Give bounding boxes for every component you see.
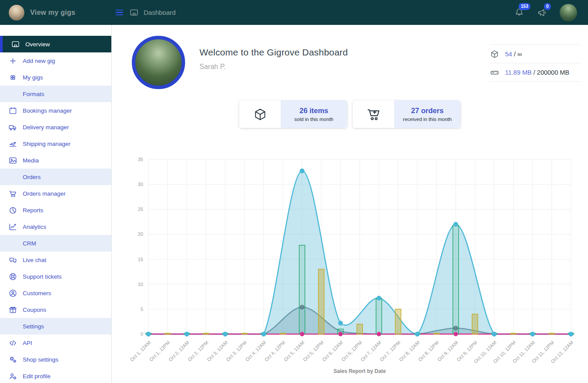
sidebar-item-label: Analytics: [23, 224, 46, 230]
items-sold-value: 26 items: [299, 107, 328, 115]
announcements-button[interactable]: 0: [536, 7, 548, 18]
announcements-badge: 0: [544, 3, 551, 10]
sidebar-item-crm[interactable]: CRM: [0, 235, 111, 252]
reports-icon: [7, 206, 18, 215]
sidebar-item-support-tickets[interactable]: Support tickets: [0, 268, 111, 285]
orders-received-caption: received in this month: [403, 117, 452, 122]
x-axis-labels: Oct 1, 12AMOct 1, 12PMOct 2, 12AMOct 2, …: [129, 340, 574, 364]
coupons-icon: [7, 305, 18, 314]
support-icon: [7, 272, 18, 281]
gigs-used: 54: [505, 51, 512, 58]
api-icon: [7, 338, 18, 348]
sales-chart[interactable]: 05101520253035Oct 1, 12AMOct 1, 12PMOct …: [128, 153, 588, 378]
brand-avatar[interactable]: [9, 5, 24, 21]
sidebar-item-shipping-manager[interactable]: Shipping manager: [0, 135, 111, 152]
topbar-actions: 153 0: [514, 4, 588, 21]
sidebar-item-add-new-gig[interactable]: Add new gig: [0, 52, 111, 69]
storage-total: 200000 MB: [537, 69, 569, 76]
sidebar-item-label: Edit profile: [23, 373, 51, 380]
media-icon: [7, 156, 18, 165]
cart-icon: [7, 189, 18, 198]
sidebar-item-orders-manager[interactable]: Orders manager: [0, 185, 111, 202]
menu-icon[interactable]: [114, 8, 124, 17]
sidebar-item-my-gigs[interactable]: My gigs: [0, 69, 111, 86]
sidebar-item-shop-settings[interactable]: Shop settings: [0, 351, 111, 368]
gigs-total: ∞: [517, 51, 522, 58]
sidebar-item-label: My gigs: [23, 74, 43, 81]
sidebar-item-label: Live chat: [23, 257, 46, 263]
sidebar: OverviewAdd new gigMy gigsFormatsBooking…: [0, 25, 112, 383]
orders-received-card: 27 orders received in this month: [353, 100, 461, 128]
items-sold-caption: sold in this month: [294, 117, 334, 122]
sidebar-item-bookings-manager[interactable]: Bookings manager: [0, 102, 111, 119]
sidebar-item-media[interactable]: Media: [0, 152, 111, 169]
brand: View my gigs: [0, 5, 112, 21]
chat-icon: [7, 255, 18, 265]
storage-quota-row: 11.89 MB / 200000 MB: [490, 63, 581, 82]
package-icon: [490, 49, 499, 59]
main-content: Welcome to the Gigrove Dashboard Sarah P…: [112, 0, 588, 380]
sidebar-item-live-chat[interactable]: Live chat: [0, 252, 111, 268]
items-sold-body: 26 items sold in this month: [281, 100, 347, 128]
sidebar-item-label: Overview: [25, 41, 50, 48]
sidebar-item-label: Orders: [23, 174, 41, 180]
dashboard-icon: [10, 40, 21, 49]
breadcrumb-label: Dashboard: [144, 9, 175, 16]
sidebar-item-label: Customers: [23, 290, 51, 297]
sidebar-item-label: Bookings manager: [23, 107, 72, 114]
brand-title: View my gigs: [30, 9, 75, 17]
welcome-section: Welcome to the Gigrove Dashboard Sarah P…: [112, 25, 588, 89]
sidebar-item-delivery-manager[interactable]: Delivery manager: [0, 119, 111, 135]
storage-drive-icon: [490, 68, 499, 77]
chart-grid: [148, 159, 571, 334]
sidebar-item-label: Media: [23, 157, 39, 164]
sidebar-item-label: API: [23, 340, 32, 346]
sidebar-item-reports[interactable]: Reports: [0, 202, 111, 218]
sidebar-item-label: CRM: [23, 240, 36, 247]
sidebar-item-label: Shop settings: [23, 356, 58, 363]
user-name: Sarah P.: [199, 63, 348, 71]
sidebar-item-label: Coupons: [23, 307, 46, 313]
svg-text:5: 5: [141, 307, 143, 312]
svg-text:0: 0: [141, 331, 143, 337]
svg-text:35: 35: [138, 157, 143, 162]
calendar-icon: [7, 106, 18, 115]
svg-text:25: 25: [138, 207, 143, 212]
sidebar-item-label: Reports: [23, 207, 43, 214]
plus-icon: [7, 56, 18, 66]
sales-chart-section: 05101520253035Oct 1, 12AMOct 1, 12PMOct …: [128, 153, 588, 380]
svg-text:20: 20: [138, 231, 143, 237]
top-bar: View my gigs Dashboard 153 0: [0, 0, 588, 25]
sidebar-item-overview[interactable]: Overview: [0, 36, 111, 52]
sidebar-item-label: Formats: [23, 91, 45, 97]
user-avatar[interactable]: [560, 4, 577, 21]
profile-avatar[interactable]: [132, 36, 185, 89]
gigs-separator: /: [514, 51, 516, 58]
dashboard-icon: [129, 8, 139, 17]
sidebar-item-label: Orders manager: [23, 190, 65, 197]
sidebar-item-settings[interactable]: Settings: [0, 318, 111, 335]
bell-badge: 153: [519, 3, 530, 10]
truck-icon: [7, 123, 18, 132]
gigs-quota-row: 54 / ∞: [490, 45, 581, 63]
customers-icon: [7, 289, 18, 298]
sidebar-item-formats[interactable]: Formats: [0, 86, 111, 102]
sidebar-item-customers[interactable]: Customers: [0, 285, 111, 301]
cart-plus-icon: [353, 100, 394, 128]
chart-caption: Sales Report by Date: [334, 368, 386, 374]
items-sold-card: 26 items sold in this month: [239, 100, 347, 128]
analytics-icon: [7, 222, 18, 231]
sidebar-item-orders[interactable]: Orders: [0, 169, 111, 185]
edit-profile-icon: [7, 372, 18, 381]
sidebar-item-api[interactable]: API: [0, 335, 111, 351]
sidebar-item-analytics[interactable]: Analytics: [0, 218, 111, 235]
sidebar-item-label: Support tickets: [23, 273, 62, 280]
package-icon: [239, 100, 281, 128]
sidebar-item-coupons[interactable]: Coupons: [0, 301, 111, 318]
breadcrumb: Dashboard: [114, 8, 175, 17]
storage-separator: /: [533, 69, 535, 76]
sidebar-item-edit-profile[interactable]: Edit profile: [0, 368, 111, 383]
notifications-bell-button[interactable]: 153: [514, 7, 525, 18]
shipping-icon: [7, 139, 18, 148]
storage-used: 11.89 MB: [505, 69, 532, 76]
